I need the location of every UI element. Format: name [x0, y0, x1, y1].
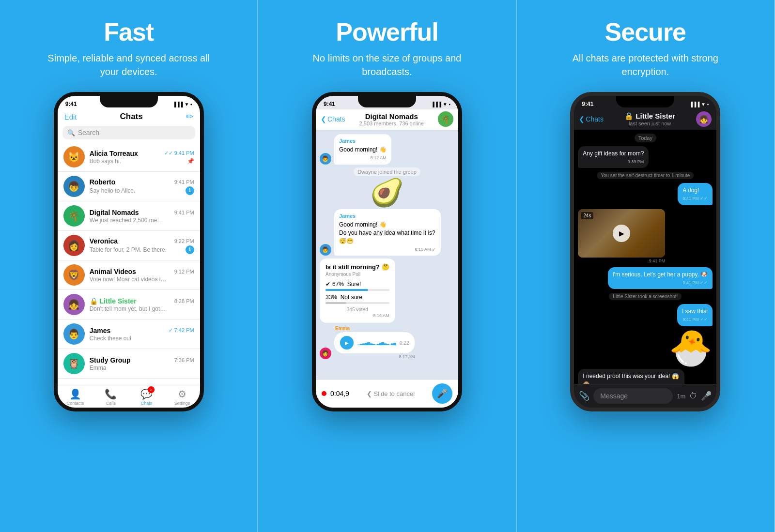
chats-badge: 2: [148, 386, 155, 393]
compose-btn[interactable]: ✏: [186, 111, 193, 122]
mini-avatar-james-1: 👨: [320, 153, 331, 165]
calls-icon: 📞: [105, 388, 117, 400]
avatar-little-sister: 👧: [63, 294, 85, 315]
avatar-alicia: 🐱: [63, 146, 85, 167]
dark-system-today: Today: [635, 134, 656, 142]
poll-bar-fill-sure: [326, 289, 368, 291]
pin-icon-alicia: 📌: [187, 158, 194, 165]
bottom-nav: 👤 Contacts 📞 Calls 💬 2 Chats ⚙ Settin: [58, 385, 200, 408]
poll-bar-fill-notsure: [326, 302, 346, 304]
sender-emma: Emma: [334, 326, 415, 331]
chat-time-study-group: 7:36 PM: [174, 357, 194, 363]
chat-name-little-sister: 🔒 Little Sister: [90, 297, 137, 305]
badge-veronica: 1: [186, 245, 194, 254]
notch-1: [100, 96, 158, 107]
back-btn[interactable]: ❮ Chats: [321, 115, 345, 123]
chat-info-roberto: Roberto 9:41 PM Say hello to Alice. 1: [90, 178, 194, 195]
chat-item-digital-nomads[interactable]: 🌴 Digital Nomads 9:41 PM We just reached…: [58, 201, 200, 231]
dark-input-bar: 📎 Message 1m ⏱ 🎤: [574, 384, 716, 408]
poll-bubble: Is it still morning? 🤔 Anonymous Poll ✔ …: [320, 258, 395, 323]
chat-item-james[interactable]: 👨 James ✓ 7:42 PM Check these out: [58, 319, 200, 349]
chat-preview-james: Check these out: [90, 335, 132, 342]
mic-icon[interactable]: 🎤: [701, 391, 712, 401]
chat-name-roberto: Roberto: [90, 178, 116, 186]
poll-option-label-sure: ✔ 67% Sure!: [326, 281, 389, 288]
chat-preview-animal-videos: Vote now! Moar cat videos in this channe…: [90, 276, 167, 283]
chats-title: Chats: [120, 112, 142, 122]
chat-name-alicia: Alicia Torreaux: [90, 150, 138, 157]
chat-list: 🐱 Alicia Torreaux ✓✓ 9:41 PM Bob says hi…: [58, 142, 200, 385]
timer-icon[interactable]: ⏱: [689, 392, 697, 400]
secret-avatar: 👧: [696, 111, 712, 127]
msg-text-james-2: Good morning! 👋Do you have any idea what…: [339, 221, 436, 245]
voice-bubble[interactable]: ▶ ▁▂▃▄▅▃▂▁▂▄▅▃▂▁▃▄ 0:22: [334, 332, 415, 353]
chat-preview-digital-nomads: We just reached 2,500 members! WOO!: [90, 217, 167, 224]
nav-chats[interactable]: 💬 2 Chats: [129, 388, 165, 406]
chat-time-roberto: 9:41 PM: [174, 179, 194, 185]
nav-label-contacts: Contacts: [67, 401, 84, 406]
attach-btn[interactable]: 📎: [579, 391, 589, 401]
msg-time-james-1: 8:12 AM: [339, 155, 387, 161]
chat-item-alicia[interactable]: 🐱 Alicia Torreaux ✓✓ 9:41 PM Bob says hi…: [58, 142, 200, 172]
panel-secure-subtitle: All chats are protected with strong encr…: [563, 51, 728, 78]
panel-secure: Secure All chats are protected with stro…: [517, 0, 775, 532]
panel-powerful-subtitle: No limits on the size of groups and broa…: [305, 51, 469, 78]
slide-cancel: ❮ Slide to cancel: [353, 390, 428, 397]
poll-bar-bg-notsure: [326, 302, 389, 304]
timer-display: 1m: [677, 393, 685, 400]
video-thumb[interactable]: ▶ 24s: [578, 209, 665, 258]
bubble-james-2: James Good morning! 👋Do you have any ide…: [334, 209, 441, 256]
msg-time-serious: 9:41 PM ✓✓: [613, 280, 708, 286]
search-icon: 🔍: [67, 129, 75, 137]
chat-item-veronica[interactable]: 👩 Veronica 9:22 PM Table for four, 2 PM.…: [58, 231, 200, 260]
chat-preview-veronica: Table for four, 2 PM. Be there.: [90, 246, 167, 253]
group-center: Digital Nomads 2,503 members, 736 online: [348, 112, 435, 126]
status-time-2: 9:41: [324, 101, 335, 107]
group-avatar: 🌴: [438, 111, 453, 127]
secret-back-btn[interactable]: ❮ Chats: [579, 115, 604, 123]
play-btn[interactable]: ▶: [340, 336, 354, 350]
chat-item-roberto[interactable]: 👦 Roberto 9:41 PM Say hello to Alice. 1: [58, 172, 200, 201]
search-bar[interactable]: 🔍 Search: [62, 126, 195, 139]
mini-avatar-james-2: 👨: [320, 244, 331, 256]
group-name: Digital Nomads: [348, 112, 435, 121]
secret-center: 🔒 Little Sister last seen just now: [606, 112, 693, 126]
sender-james-1: James: [339, 137, 387, 145]
chats-edit-btn[interactable]: Edit: [64, 113, 77, 121]
chat-item-animal-videos[interactable]: 🦁 Animal Videos 9:12 PM Vote now! Moar c…: [58, 260, 200, 290]
video-play-icon[interactable]: ▶: [613, 225, 630, 242]
panel-powerful-title: Powerful: [336, 17, 438, 46]
chat-item-study-group[interactable]: 🦉 Study Group 7:36 PM Emma: [58, 349, 200, 379]
mic-btn[interactable]: 🎤: [432, 383, 452, 404]
message-input[interactable]: Message: [593, 388, 673, 404]
settings-icon: ⚙: [178, 388, 186, 400]
chat-preview-study-group: Emma: [90, 365, 107, 371]
chat-info-animal-videos: Animal Videos 9:12 PM Vote now! Moar cat…: [90, 268, 194, 283]
msg-text-james-1: Good morning! 👋: [339, 146, 387, 154]
msg-time-james-2: 8:15 AM ↙: [339, 246, 436, 253]
secret-chat-body: Today Any gift ideas for mom? 9:39 PM Yo…: [574, 130, 716, 384]
nav-settings[interactable]: ⚙ Settings: [164, 388, 200, 406]
search-input[interactable]: Search: [78, 129, 99, 137]
voice-time: 8:17 AM: [334, 354, 415, 359]
chat-time-animal-videos: 9:12 PM: [174, 269, 194, 274]
status-icons-1: ▐▐▐ ▼ ▪: [172, 102, 192, 107]
chat-name-digital-nomads: Digital Nomads: [90, 209, 139, 216]
secret-header: ❮ Chats 🔒 Little Sister last seen just n…: [574, 109, 716, 130]
status-icons-2: ▐▐▐ ▼ ▪: [431, 102, 450, 107]
chat-preview-roberto: Say hello to Alice.: [90, 187, 136, 194]
bubble-james-1: James Good morning! 👋 8:12 AM: [334, 134, 391, 165]
chat-item-little-sister[interactable]: 👧 🔒 Little Sister 8:28 PM Don't tell mom…: [58, 290, 200, 319]
status-time-1: 9:41: [65, 101, 77, 107]
nav-contacts[interactable]: 👤 Contacts: [58, 388, 93, 406]
chat-preview-little-sister: Don't tell mom yet, but I got the job! I…: [90, 305, 167, 312]
msg-time-saw: 9:41 PM ✓✓: [682, 317, 708, 323]
sender-james-2: James: [339, 213, 436, 220]
emma-bubble-wrap: Emma ▶ ▁▂▃▄▅▃▂▁▂▄▅▃▂▁▃▄ 0:22 8:17 AM: [334, 326, 415, 359]
nav-calls[interactable]: 📞 Calls: [93, 388, 129, 406]
secret-status: last seen just now: [606, 121, 693, 126]
screenshot-notice: Little Sister took a screenshot!: [609, 293, 682, 300]
phone-group: 9:41 ▐▐▐ ▼ ▪ ❮ Chats Digital Nomads 2,50…: [312, 92, 462, 411]
group-screen: 9:41 ▐▐▐ ▼ ▪ ❮ Chats Digital Nomads 2,50…: [316, 96, 458, 408]
chat-time-alicia: ✓✓ 9:41 PM: [164, 150, 194, 156]
